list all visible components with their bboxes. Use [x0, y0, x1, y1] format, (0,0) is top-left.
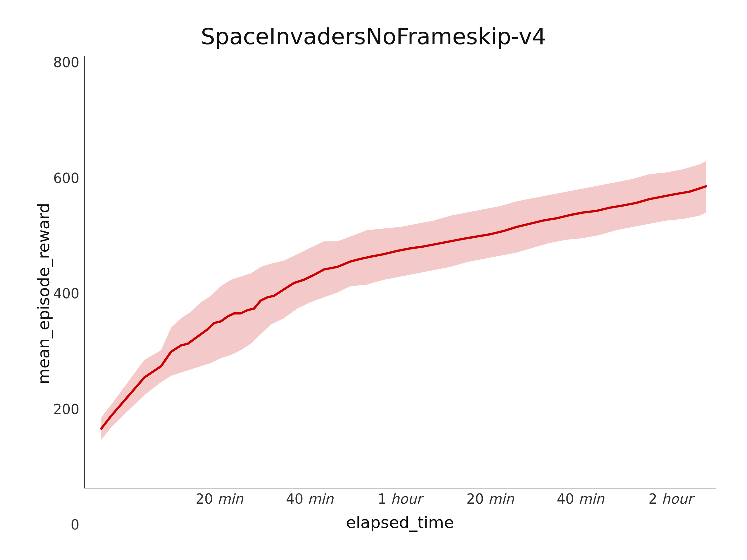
plot-area [84, 56, 716, 488]
chart-wrapper: SpaceInvadersNoFrameskip-v4 mean_episode… [31, 23, 716, 537]
y-tick-0: 0 [71, 518, 79, 532]
x-tick-40min-2: 40 min [535, 491, 626, 507]
chart-svg [85, 56, 716, 488]
y-axis-label: mean_episode_reward [31, 56, 56, 532]
x-axis-area: 20 min 40 min 1 hour 20 min 40 min 2 hou… [84, 488, 716, 532]
y-ticks: 800 600 400 200 0 [59, 56, 84, 532]
chart-title: SpaceInvadersNoFrameskip-v4 [31, 23, 716, 50]
y-tick-200: 200 [53, 403, 79, 416]
plot-and-yaxis: 800 600 400 200 0 [59, 56, 716, 532]
x-tick-2hour: 2 hour [626, 491, 716, 507]
x-tick-1hour: 1 hour [355, 491, 445, 507]
y-tick-400: 400 [53, 287, 79, 300]
chart-container: SpaceInvadersNoFrameskip-v4 mean_episode… [0, 0, 747, 560]
y-tick-800: 800 [53, 56, 79, 70]
x-tick-20min-2: 20 min [445, 491, 535, 507]
x-tick-start [84, 491, 174, 507]
x-tick-40min: 40 min [264, 491, 355, 507]
chart-inner: 20 min 40 min 1 hour 20 min 40 min 2 hou… [84, 56, 716, 532]
y-tick-600: 600 [53, 171, 79, 185]
x-tick-20min: 20 min [174, 491, 264, 507]
chart-area: mean_episode_reward 800 600 400 200 0 [31, 56, 716, 532]
x-ticks: 20 min 40 min 1 hour 20 min 40 min 2 hou… [84, 488, 716, 507]
x-axis-label: elapsed_time [346, 513, 454, 532]
